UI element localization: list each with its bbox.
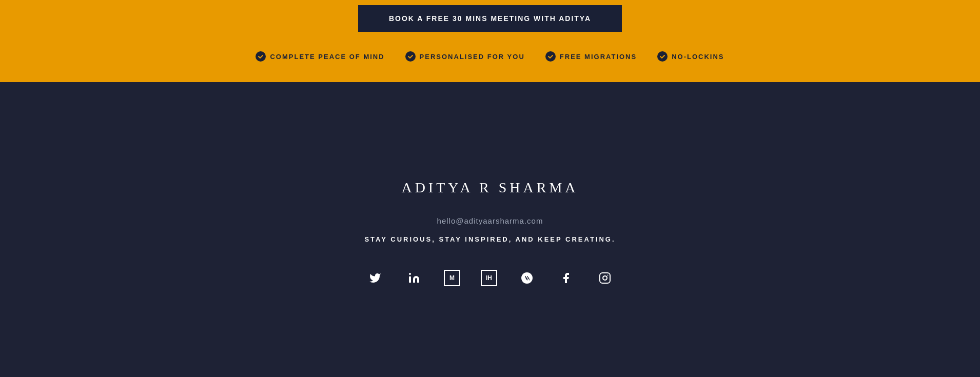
check-icon-migrations	[545, 51, 556, 62]
features-row: COMPLETE PEACE OF MIND PERSONALISED FOR …	[256, 51, 724, 62]
feature-text-peace: COMPLETE PEACE OF MIND	[270, 53, 384, 61]
linkedin-icon[interactable]	[405, 269, 423, 287]
social-icons-row: M IH	[366, 269, 614, 287]
feature-item-peace: COMPLETE PEACE OF MIND	[256, 51, 384, 62]
footer-section: ADITYA R SHARMA hello@adityaarsharma.com…	[0, 82, 980, 377]
footer-name: ADITYA R SHARMA	[401, 180, 578, 196]
facebook-icon[interactable]	[557, 269, 575, 287]
feature-item-migrations: FREE MIGRATIONS	[545, 51, 637, 62]
svg-point-0	[409, 273, 411, 275]
feature-item-lockins: NO-LOCKINS	[657, 51, 724, 62]
indiehackers-icon[interactable]: IH	[481, 270, 497, 286]
feature-text-migrations: FREE MIGRATIONS	[560, 53, 637, 61]
feature-text-personalised: PERSONALISED FOR YOU	[420, 53, 525, 61]
check-icon-personalised	[405, 51, 416, 62]
check-icon-peace	[256, 51, 266, 62]
svg-rect-2	[600, 273, 610, 283]
check-icon-lockins	[657, 51, 668, 62]
footer-email: hello@adityaarsharma.com	[437, 216, 543, 225]
footer-tagline: STAY CURIOUS, STAY INSPIRED, AND KEEP CR…	[364, 235, 615, 243]
feature-text-lockins: NO-LOCKINS	[672, 53, 724, 61]
medium-icon[interactable]: M	[444, 270, 460, 286]
wordpress-icon[interactable]	[518, 269, 536, 287]
orange-section: BOOK A FREE 30 MINS MEETING WITH ADITYA …	[0, 0, 980, 82]
cta-button[interactable]: BOOK A FREE 30 MINS MEETING WITH ADITYA	[358, 5, 622, 32]
twitter-icon[interactable]	[366, 269, 384, 287]
feature-item-personalised: PERSONALISED FOR YOU	[405, 51, 525, 62]
instagram-icon[interactable]	[596, 269, 614, 287]
